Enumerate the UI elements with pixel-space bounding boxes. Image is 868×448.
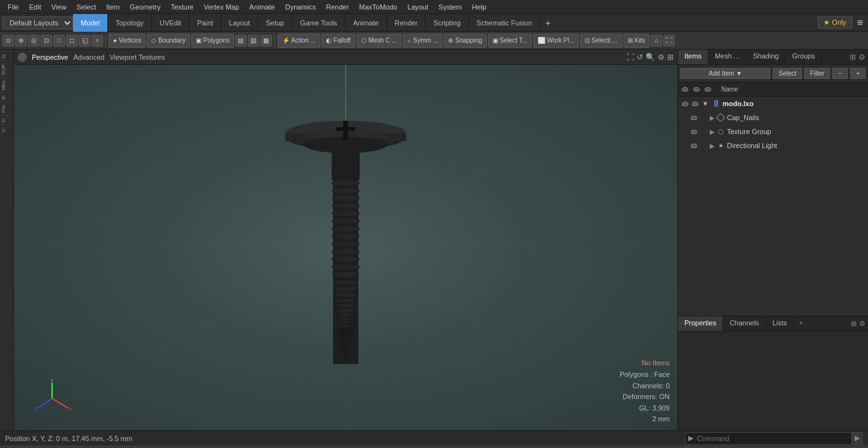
menu-view[interactable]: View xyxy=(46,2,72,12)
menu-edit[interactable]: Edit xyxy=(24,2,46,12)
viewport[interactable]: Perspective Advanced Viewport Textures ⛶… xyxy=(14,50,677,430)
filter-button[interactable]: Filter xyxy=(804,68,830,79)
prop-expand-icon[interactable]: ⊞ xyxy=(851,320,857,328)
tool-icon-1[interactable]: ⊙ xyxy=(3,35,14,46)
tool-icon-4[interactable]: ⊡ xyxy=(41,35,52,46)
menu-maxtomodo[interactable]: MaxToModo xyxy=(354,2,402,12)
viewport-label-perspective[interactable]: Perspective xyxy=(32,53,68,61)
panel-tab-shading[interactable]: Shading xyxy=(747,50,785,64)
list-item-modo-lxo[interactable]: ▼ 🗄 modo.lxo xyxy=(678,97,868,111)
tool-symm[interactable]: ⬦ Symm ... xyxy=(403,34,442,48)
tool-icon-expand[interactable]: ⛶ xyxy=(663,35,675,46)
tool-icon-2[interactable]: ⊕ xyxy=(15,35,27,46)
layout-tab-schematic-fusion[interactable]: Schematic Fusion xyxy=(469,14,540,32)
menu-vertex-map[interactable]: Vertex Map xyxy=(199,2,245,12)
layout-maximize[interactable]: ⊞ xyxy=(852,17,868,28)
panel-tab-mesh[interactable]: Mesh ... xyxy=(709,50,747,64)
tool-mesh-c[interactable]: ⬡ Mesh C ... xyxy=(356,34,402,48)
layout-tab-game-tools[interactable]: Game Tools xyxy=(292,14,346,32)
panel-tab-items[interactable]: Items xyxy=(678,50,709,64)
sidebar-icon-3[interactable]: Mes: xyxy=(1,77,13,92)
command-area[interactable]: ▶ ▶ xyxy=(685,432,863,445)
list-item-texture-group[interactable]: ▶ ⬡ Texture Group xyxy=(678,125,868,139)
item-eye-2-texture-group[interactable] xyxy=(700,127,709,136)
sidebar-icon-1[interactable]: D: xyxy=(1,51,13,60)
tool-snapping[interactable]: ⊕ Snapping xyxy=(444,34,486,48)
tool-icon-8[interactable]: ⌗ xyxy=(92,35,103,46)
layout-tab-uvedit[interactable]: UVEdit xyxy=(152,14,189,32)
viewport-label-advanced[interactable]: Advanced xyxy=(73,53,104,61)
menu-item[interactable]: Item xyxy=(101,2,125,12)
menu-texture[interactable]: Texture xyxy=(166,2,199,12)
tool-icon-10[interactable]: ▧ xyxy=(248,35,259,46)
menu-file[interactable]: File xyxy=(3,2,24,12)
list-item-directional-light[interactable]: ▶ ☀ Directional Light xyxy=(678,139,868,153)
layout-tab-layout[interactable]: Layout xyxy=(221,14,258,32)
tool-icon-11[interactable]: ▦ xyxy=(261,35,272,46)
layout-tab-paint[interactable]: Paint xyxy=(189,14,221,32)
sidebar-icon-5[interactable]: Pol: xyxy=(1,102,13,115)
item-eye-2-modo-lxo[interactable] xyxy=(691,99,700,108)
viewport-circle[interactable] xyxy=(18,53,27,62)
viewport-icon-search[interactable]: 🔍 xyxy=(646,53,655,62)
menu-select[interactable]: Select xyxy=(71,2,101,12)
tool-kits[interactable]: ⊞ Kits xyxy=(623,34,649,48)
sidebar-icon-6[interactable]: C: xyxy=(1,115,13,125)
col-eye-2[interactable] xyxy=(692,85,701,94)
select-button[interactable]: Select xyxy=(773,68,802,79)
prop-tab-plus[interactable]: + xyxy=(794,316,808,331)
layout-tab-model[interactable]: Model xyxy=(73,14,108,32)
tool-icon-6[interactable]: ◻ xyxy=(66,35,78,46)
add-item-button[interactable]: Add Item ▼ xyxy=(681,68,770,79)
item-expand-texture-group[interactable]: ▶ xyxy=(710,128,715,135)
panel-tab-groups[interactable]: Groups xyxy=(785,50,822,64)
tool-select-t[interactable]: ▣ Select T... xyxy=(488,34,532,48)
tool-icon-9[interactable]: ▤ xyxy=(235,35,247,46)
tool-icon-3[interactable]: ◎ xyxy=(28,35,39,46)
tool-vertices[interactable]: ● Vertices xyxy=(109,34,146,48)
tool-selecti[interactable]: ⊡ Selecti ... xyxy=(580,34,622,48)
item-expand-cap-nails[interactable]: ▶ xyxy=(710,114,715,121)
tool-polygons[interactable]: ▣ Polygons xyxy=(191,34,234,48)
viewport-canvas[interactable]: X Y Z No Items Polygons : Face Channels:… xyxy=(14,65,677,430)
layout-dropdown[interactable]: Default Layouts xyxy=(3,17,73,29)
item-eye-2-dir-light[interactable] xyxy=(700,141,709,150)
layout-tab-render[interactable]: Render xyxy=(387,14,426,32)
viewport-icon-fit[interactable]: ⛶ xyxy=(627,53,634,62)
menu-layout[interactable]: Layout xyxy=(402,2,433,12)
items-list[interactable]: ▼ 🗄 modo.lxo ▶ Cap_Nails xyxy=(678,97,868,316)
menu-animate[interactable]: Animate xyxy=(244,2,280,12)
command-go-button[interactable]: ▶ xyxy=(851,433,862,444)
sidebar-icon-2[interactable]: DUP: xyxy=(1,60,13,77)
menu-dynamics[interactable]: Dynamics xyxy=(280,2,321,12)
item-eye-modo-lxo[interactable] xyxy=(681,99,689,108)
item-expand-dir-light[interactable]: ▶ xyxy=(710,142,715,149)
tool-work-pl[interactable]: ⬜ Work Pl... xyxy=(533,34,579,48)
panel-expand-icon[interactable]: ⊞ xyxy=(850,53,856,62)
item-eye-dir-light[interactable] xyxy=(689,141,698,150)
layout-tab-topology[interactable]: Topology xyxy=(108,14,152,32)
star-only-button[interactable]: ★ Only xyxy=(818,17,852,29)
prop-settings-icon[interactable]: ⚙ xyxy=(859,320,865,328)
menu-geometry[interactable]: Geometry xyxy=(125,2,165,12)
panel-settings-icon[interactable]: ⚙ xyxy=(858,53,865,62)
layout-tab-add[interactable]: + xyxy=(540,15,555,31)
viewport-label-textures[interactable]: Viewport Textures xyxy=(109,53,165,61)
sidebar-icon-7[interactable]: C: xyxy=(1,125,13,134)
layout-tab-setup[interactable]: Setup xyxy=(258,14,292,32)
tool-icon-home[interactable]: ⌂ xyxy=(651,35,662,46)
viewport-icon-settings[interactable]: ⚙ xyxy=(658,53,665,62)
sidebar-icon-4[interactable]: E: xyxy=(1,92,13,102)
prop-tab-channels[interactable]: Channels xyxy=(723,316,766,331)
item-eye-cap-nails[interactable] xyxy=(689,113,698,122)
plus-icon-button[interactable]: + xyxy=(850,68,865,79)
layout-tab-scripting[interactable]: Scripting xyxy=(426,14,469,32)
viewport-icon-reset[interactable]: ↺ xyxy=(637,53,643,62)
layout-tab-animate[interactable]: Animate xyxy=(346,14,387,32)
item-eye-2-cap-nails[interactable] xyxy=(700,113,709,122)
item-eye-texture-group[interactable] xyxy=(689,127,698,136)
list-item-cap-nails[interactable]: ▶ Cap_Nails xyxy=(678,111,868,125)
prop-tab-properties[interactable]: Properties xyxy=(678,316,723,331)
tool-falloff[interactable]: ◐ Falloff xyxy=(322,34,355,48)
tool-icon-7[interactable]: ◱ xyxy=(79,35,90,46)
